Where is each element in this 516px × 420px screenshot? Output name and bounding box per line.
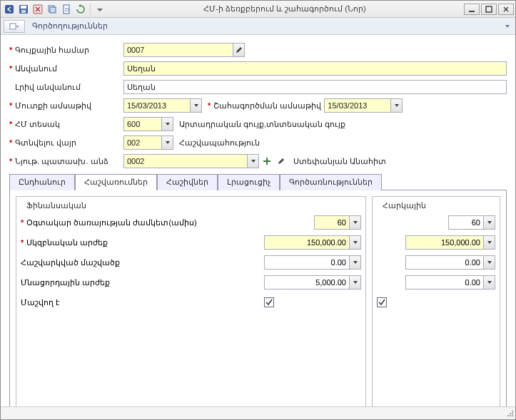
resize-grip-icon[interactable] — [505, 409, 514, 419]
fieldset-tax-title: Հարկային — [380, 201, 429, 210]
chevron-down-icon[interactable] — [484, 215, 495, 230]
tab-calculations[interactable]: Հաշվառումներ — [75, 174, 157, 190]
svg-rect-10 — [486, 6, 492, 12]
svg-rect-3 — [21, 10, 26, 13]
fieldset-financial-title: Ֆինանսական — [24, 201, 89, 210]
tax-calc-depr-input[interactable] — [405, 255, 484, 270]
chevron-down-icon[interactable] — [484, 275, 495, 290]
chevron-down-icon[interactable] — [190, 99, 201, 112]
svg-text:D: D — [65, 6, 69, 13]
toolbar: Գործողություններ — [1, 18, 515, 35]
chevron-down-icon[interactable] — [484, 255, 495, 270]
maximize-button[interactable] — [481, 4, 497, 15]
refresh-icon[interactable] — [74, 3, 87, 16]
tabs: Ընդհանուր Հաշվառումներ Հաշիվներ Լրացուցի… — [9, 173, 507, 190]
chevron-down-icon[interactable] — [484, 235, 495, 250]
chevron-down-icon[interactable] — [350, 215, 361, 230]
location-text: Հաշվապահություն — [179, 138, 260, 148]
chevron-down-icon[interactable] — [247, 155, 258, 168]
copy-icon[interactable] — [46, 3, 59, 16]
chevron-down-icon[interactable] — [350, 255, 361, 270]
chevron-down-icon[interactable] — [350, 275, 361, 290]
operation-date-picker[interactable]: 15/03/2013 — [324, 98, 403, 113]
financial-initial-value-input[interactable] — [264, 235, 350, 250]
window-title: ՀՄ-ի ձեռքբերում և շահագործում (Նոր) — [107, 4, 462, 14]
svg-point-13 — [512, 415, 513, 416]
minimize-button[interactable] — [464, 4, 480, 15]
financial-useful-life-input[interactable] — [314, 215, 350, 230]
label-calculated-depreciation: Հաշվարկված մաշվածք — [21, 258, 120, 267]
svg-rect-9 — [469, 11, 475, 12]
asset-number-field[interactable]: 0007 — [123, 43, 245, 57]
fieldset-financial: Ֆինանսական *Օգտակար ծառայության ժամկետ(ա… — [16, 196, 366, 406]
label-name: Անվանում — [15, 64, 57, 73]
label-full-name: Լրիվ անվանում — [15, 83, 81, 92]
svg-rect-6 — [50, 7, 56, 13]
label-initial-value: Սկզբնական արժեք — [26, 238, 108, 247]
add-icon[interactable] — [260, 155, 273, 168]
tab-general[interactable]: Ընդհանուր — [9, 174, 75, 190]
edit-icon[interactable] — [233, 43, 244, 56]
responsible-combo[interactable]: 0002 — [123, 154, 259, 168]
svg-point-16 — [507, 415, 509, 416]
fieldset-tax: Հարկային — [372, 196, 500, 406]
delete-icon[interactable] — [31, 3, 44, 16]
responsible-text: Ստեփանյան Անահիտ — [293, 157, 386, 166]
asset-type-text: Արտադրական գույք,տնտեսական գույք — [179, 120, 345, 129]
label-asset-type: ՀՄ տեսակ — [15, 120, 60, 129]
asset-type-combo[interactable]: 600 — [123, 117, 173, 131]
tab-additional[interactable]: Լրացուցիչ — [218, 174, 280, 190]
tax-residual-input[interactable] — [405, 275, 484, 290]
label-entry-date: Մուտքի ամսաթիվ — [15, 101, 91, 111]
full-name-input[interactable] — [123, 80, 507, 94]
tab-accounts[interactable]: Հաշիվներ — [157, 174, 218, 190]
svg-rect-0 — [5, 5, 14, 14]
tax-useful-life-input[interactable] — [448, 215, 484, 230]
label-responsible: Նյութ. պատասխ. անձ — [15, 157, 108, 166]
save-icon[interactable] — [17, 3, 30, 16]
svg-rect-12 — [10, 24, 16, 29]
view-mode-button[interactable] — [4, 20, 25, 33]
svg-point-18 — [512, 411, 513, 412]
svg-point-17 — [510, 413, 511, 414]
document-icon[interactable]: D — [60, 3, 73, 16]
name-input[interactable] — [123, 61, 507, 76]
toolbar-collapse-icon[interactable] — [502, 21, 512, 31]
chevron-down-icon[interactable] — [161, 136, 173, 149]
svg-rect-2 — [21, 6, 26, 9]
statusbar — [1, 406, 515, 419]
toolbar-label: Գործողություններ — [28, 21, 108, 31]
entry-date-picker[interactable]: 15/03/2013 — [123, 98, 202, 113]
chevron-down-icon[interactable] — [390, 99, 402, 112]
label-useful-life: Օգտակար ծառայության ժամկետ(ամիս) — [26, 218, 196, 227]
tax-depreciate-checkbox[interactable] — [377, 297, 387, 307]
label-location: Գտնվելու վայր — [15, 138, 76, 148]
customize-dropdown-icon[interactable] — [93, 3, 106, 16]
close-button[interactable] — [498, 4, 514, 15]
nav-back-icon[interactable] — [3, 3, 16, 16]
financial-depreciate-checkbox[interactable] — [264, 297, 274, 307]
label-asset-number: Գույքային համար — [15, 46, 89, 55]
financial-residual-input[interactable] — [264, 275, 350, 290]
svg-point-14 — [510, 415, 511, 416]
titlebar: D ՀՄ-ի ձեռքբերում և շահագործում (Նոր) — [1, 1, 515, 18]
tab-panel-calculations: Ֆինանսական *Օգտակար ծառայության ժամկետ(ա… — [9, 190, 507, 406]
svg-point-15 — [512, 413, 513, 414]
label-depreciate: Մաշվող է — [21, 298, 60, 307]
tab-activities[interactable]: Գործառնություններ — [280, 174, 382, 190]
chevron-down-icon[interactable] — [350, 235, 361, 250]
tax-initial-value-input[interactable] — [405, 235, 484, 250]
location-combo[interactable]: 002 — [123, 135, 173, 150]
label-operation-date: Շահագործման ամսաթիվ — [213, 101, 321, 111]
edit-icon[interactable] — [275, 155, 288, 168]
financial-calc-depr-input[interactable] — [264, 255, 350, 270]
chevron-down-icon[interactable] — [161, 118, 173, 130]
label-residual-value: Մնացորդային արժեք — [21, 278, 110, 287]
